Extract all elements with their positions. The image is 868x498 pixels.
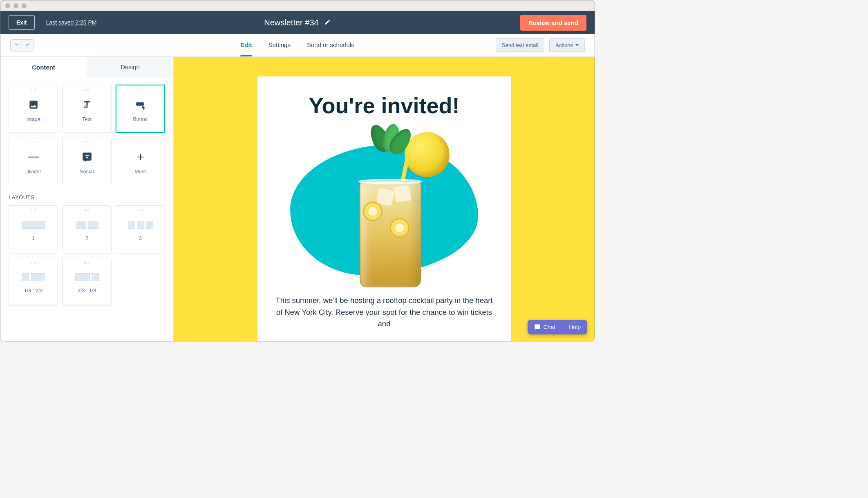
chevron-down-icon: [575, 44, 579, 46]
sidebar-tabs: Content Design: [0, 57, 173, 77]
block-label: Image: [26, 117, 40, 122]
layout-preview: [128, 221, 153, 229]
grip-icon: ⠿⠿: [84, 209, 90, 213]
tab-send-schedule[interactable]: Send or schedule: [307, 34, 355, 56]
actions-label: Actions: [555, 42, 573, 48]
sub-nav: Edit Settings Send or schedule Send test…: [0, 34, 595, 57]
grip-icon: ⠿⠿: [137, 89, 144, 92]
glass-graphic: [356, 157, 425, 287]
layout-preview: [76, 221, 98, 229]
image-icon: [28, 99, 39, 112]
block-label: Social: [80, 169, 94, 175]
help-label: Help: [569, 324, 581, 330]
block-image[interactable]: ⠿⠿ Image: [9, 85, 58, 133]
block-label: Text: [82, 117, 92, 122]
tab-edit[interactable]: Edit: [240, 34, 252, 56]
block-label: More: [134, 169, 146, 175]
block-label: Button: [133, 117, 148, 122]
layout-label: 1: [32, 236, 35, 241]
ice-cube: [394, 185, 412, 203]
block-label: Divider: [25, 169, 41, 175]
left-sidebar: Content Design ⠿⠿ Image ⠿⠿: [0, 57, 174, 341]
ice-cube: [376, 188, 394, 206]
undo-redo-group: [10, 39, 34, 52]
layout-label: 2/3 : 1/3: [78, 288, 96, 294]
chat-button[interactable]: Chat: [528, 320, 562, 334]
email-heading[interactable]: You're invited!: [271, 93, 497, 118]
undo-button[interactable]: [11, 40, 22, 51]
sidebar-tab-design[interactable]: Design: [87, 57, 173, 77]
layout-3col[interactable]: ⠿⠿ 3: [116, 205, 165, 253]
review-send-button[interactable]: Review and send: [520, 15, 586, 31]
block-social[interactable]: ⠿⠿ Social: [62, 137, 112, 185]
right-actions: Send test email Actions: [496, 38, 585, 52]
traffic-light-close[interactable]: [5, 3, 10, 8]
lemon-slice: [363, 202, 383, 221]
grip-icon: ⠿⠿: [30, 141, 37, 144]
chat-label: Chat: [544, 324, 556, 330]
help-button[interactable]: Help: [562, 320, 587, 334]
layout-label: 2: [85, 236, 88, 241]
social-icon: [82, 152, 92, 164]
grip-icon: ⠿⠿: [30, 209, 37, 213]
grip-icon: ⠿⠿: [84, 88, 90, 92]
tab-settings[interactable]: Settings: [268, 34, 291, 56]
window-titlebar: [0, 0, 595, 11]
layout-label: 1/3 : 2/3: [24, 288, 43, 294]
block-button[interactable]: ⠿⠿ Button: [116, 85, 165, 133]
grip-icon: ⠿⠿: [84, 141, 90, 144]
lemon-slice: [390, 218, 409, 238]
grip-icon: ⠿⠿: [137, 141, 144, 144]
canvas[interactable]: You're invited!: [174, 57, 595, 341]
sidebar-content: ⠿⠿ Image ⠿⠿ Text ⠿⠿: [0, 77, 173, 313]
layout-23-13[interactable]: ⠿⠿ 2/3 : 1/3: [62, 258, 112, 306]
block-divider[interactable]: ⠿⠿ Divider: [9, 137, 58, 185]
layout-13-23[interactable]: ⠿⠿ 1/3 : 2/3: [9, 258, 58, 306]
block-grid: ⠿⠿ Image ⠿⠿ Text ⠿⠿: [9, 85, 165, 185]
send-test-email-button[interactable]: Send test email: [496, 38, 545, 52]
grip-icon: ⠿⠿: [30, 88, 37, 92]
app-header: Exit Last saved 2:25 PM Newsletter #34 R…: [0, 11, 595, 34]
layout-preview: [22, 221, 45, 229]
redo-button[interactable]: [22, 40, 34, 51]
traffic-light-max[interactable]: [22, 3, 27, 8]
main-area: Content Design ⠿⠿ Image ⠿⠿: [0, 57, 595, 341]
layout-preview: [22, 273, 45, 281]
exit-button[interactable]: Exit: [9, 15, 35, 30]
layout-1col[interactable]: ⠿⠿ 1: [9, 205, 58, 253]
mint-graphic: [372, 124, 405, 161]
traffic-light-min[interactable]: [13, 3, 18, 8]
center-tabs: Edit Settings Send or schedule: [240, 34, 354, 56]
grip-icon: ⠿⠿: [84, 261, 90, 265]
document-title-group: Newsletter #34: [264, 18, 331, 27]
layout-grid: ⠿⠿ 1 ⠿⠿ 2 ⠿⠿ 3 ⠿⠿: [9, 205, 165, 306]
hero-image[interactable]: [282, 128, 486, 283]
chat-help-widget: Chat Help: [528, 320, 587, 334]
grip-icon: ⠿⠿: [30, 261, 37, 265]
document-title[interactable]: Newsletter #34: [264, 18, 318, 27]
app-window: Exit Last saved 2:25 PM Newsletter #34 R…: [0, 0, 595, 341]
layout-preview: [75, 273, 99, 281]
text-icon: [82, 99, 92, 112]
sidebar-tab-content[interactable]: Content: [0, 57, 87, 77]
block-more[interactable]: ⠿⠿ More: [116, 137, 165, 185]
button-icon: [135, 99, 146, 112]
email-preview[interactable]: You're invited!: [257, 76, 511, 341]
edit-title-icon[interactable]: [324, 18, 331, 27]
divider-icon: [28, 152, 39, 164]
actions-dropdown[interactable]: Actions: [549, 38, 585, 52]
layout-label: 3: [139, 236, 142, 241]
email-body-text[interactable]: This summer, we'll be hosting a rooftop …: [271, 295, 497, 330]
plus-icon: [135, 152, 146, 164]
last-saved-text[interactable]: Last saved 2:25 PM: [46, 19, 97, 26]
svg-rect-1: [28, 157, 39, 157]
chat-icon: [534, 324, 541, 330]
glass-rim: [358, 179, 423, 184]
block-text[interactable]: ⠿⠿ Text: [62, 85, 112, 133]
grip-icon: ⠿⠿: [137, 209, 144, 213]
svg-rect-0: [136, 102, 144, 105]
layout-2col[interactable]: ⠿⠿ 2: [62, 205, 112, 253]
layouts-heading: LAYOUTS: [9, 194, 165, 200]
